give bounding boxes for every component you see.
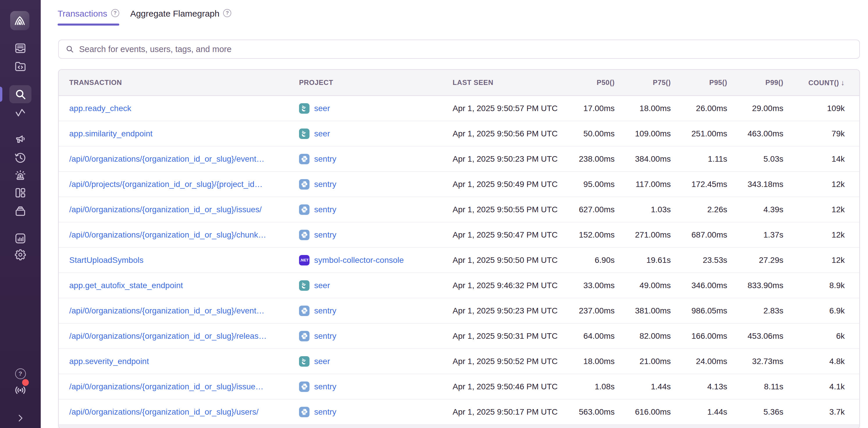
project-platform-badge: .NET [299,129,310,139]
project-link[interactable]: seer [314,357,330,366]
transaction-cell: app.get_autofix_state_endpoint [69,281,299,290]
project-platform-badge: .NET [299,179,310,190]
transaction-link[interactable]: /api/0/organizations/{organization_id_or… [69,407,258,416]
tab-transactions[interactable]: Transactions ? [58,8,119,26]
transaction-link[interactable]: /api/0/projects/{organization_id_or_slug… [69,180,263,189]
python-icon [301,231,308,239]
transaction-link[interactable]: app.severity_endpoint [69,357,149,366]
project-link[interactable]: sentry [314,230,336,239]
transaction-link[interactable]: app.ready_check [69,104,131,113]
transaction-link[interactable]: StartUploadSymbols [69,256,144,265]
p99-cell: 8.11s [727,382,783,391]
transaction-link[interactable]: app.similarity_endpoint [69,129,152,138]
sidebar-collapse-toggle[interactable] [0,409,41,427]
sidebar-item-whats-new[interactable] [0,382,41,399]
project-link[interactable]: sentry [314,180,336,189]
project-platform-badge: .NET [299,305,310,316]
column-header-p99[interactable]: P99() [727,78,783,87]
seer-icon [301,130,308,137]
project-link[interactable]: sentry [314,154,336,164]
sidebar-item-traces[interactable] [0,104,41,122]
p99-cell: 5.36s [727,407,783,417]
column-header-p50[interactable]: P50() [559,78,615,87]
python-icon [301,383,308,391]
project-cell: .NET sentry [299,230,453,240]
search-input[interactable] [79,44,853,54]
search-bar[interactable] [58,39,860,59]
python-icon [301,408,308,416]
transaction-link[interactable]: /api/0/organizations/{organization_id_or… [69,382,264,391]
column-header-transaction[interactable]: TRANSACTION [69,78,299,87]
tab-aggregate-flamegraph[interactable]: Aggregate Flamegraph ? [130,8,231,26]
table-row: /api/0/organizations/{organization_id_or… [59,399,859,425]
sidebar-item-releases[interactable] [0,202,41,220]
sidebar-item-dashboards[interactable] [0,184,41,201]
project-link[interactable]: seer [314,129,330,138]
sidebar-item-projects[interactable] [0,58,41,75]
sidebar-item-feedback[interactable] [0,131,41,148]
transaction-link[interactable]: app.get_autofix_state_endpoint [69,281,183,290]
sidebar-item-help[interactable]: ? [0,365,41,382]
count-cell: 12k [783,205,845,214]
count-cell: 79k [783,129,845,138]
last-seen-cell: Apr 1, 2025 9:50:46 PM UTC [453,382,559,391]
sidebar-item-issues[interactable] [0,39,41,57]
count-cell: 8.9k [783,281,845,290]
sidebar-item-explore[interactable] [9,85,31,103]
project-link[interactable]: sentry [314,331,336,341]
p50-cell: 563.00ms [559,407,615,417]
project-link[interactable]: sentry [314,205,336,214]
column-header-p75[interactable]: P75() [615,78,671,87]
archive-box-icon [14,204,27,218]
column-header-project[interactable]: PROJECT [299,78,453,87]
p99-cell: 2.83s [727,306,783,316]
p75-cell: 49.00ms [615,281,671,290]
transaction-link[interactable]: /api/0/organizations/{organization_id_or… [69,205,262,214]
sidebar-item-settings[interactable] [0,246,41,263]
count-cell: 12k [783,180,845,189]
transaction-link[interactable]: /api/0/organizations/{organization_id_or… [69,154,265,163]
project-link[interactable]: sentry [314,382,336,391]
sentry-logo[interactable] [10,11,29,30]
transaction-link[interactable]: /api/0/organizations/{organization_id_or… [69,331,267,340]
tab-bar: Transactions ? Aggregate Flamegraph ? [58,8,231,26]
count-cell: 12k [783,230,845,239]
project-link[interactable]: sentry [314,407,336,417]
p75-cell: 271.00ms [615,230,671,239]
last-seen-cell: Apr 1, 2025 9:50:17 PM UTC [453,407,559,417]
column-header-last-seen[interactable]: LAST SEEN [453,78,559,87]
p99-cell: 463.00ms [727,129,783,138]
transaction-link[interactable]: /api/0/organizations/{organization_id_or… [69,306,265,315]
p95-cell: 26.00ms [671,104,727,113]
project-link[interactable]: symbol-collector-console [314,256,404,265]
p75-cell: 384.00ms [615,154,671,164]
p95-cell: 251.00ms [671,129,727,138]
column-header-count[interactable]: COUNT()↓ [783,78,845,87]
help-icon[interactable]: ? [223,9,231,17]
sidebar-item-alerts[interactable] [0,166,41,184]
p75-cell: 616.00ms [615,407,671,417]
p75-cell: 19.61s [615,256,671,265]
project-link[interactable]: sentry [314,306,336,316]
python-icon [301,307,308,315]
search-icon [65,44,74,54]
dashboard-layout-icon [14,186,27,199]
project-platform-badge: .NET [299,407,310,417]
p95-cell: 1.44s [671,407,727,417]
p75-cell: 82.00ms [615,331,671,341]
p99-cell: 5.03s [727,154,783,164]
help-icon[interactable]: ? [111,9,119,17]
transaction-link[interactable]: /api/0/organizations/{organization_id_or… [69,230,266,239]
p99-cell: 27.29s [727,256,783,265]
p50-cell: 95.00ms [559,180,615,189]
project-link[interactable]: seer [314,104,330,113]
clock-history-icon [14,151,27,164]
tab-transactions-label: Transactions [58,9,107,19]
sidebar-item-stats[interactable] [0,230,41,247]
project-link[interactable]: seer [314,281,330,290]
count-cell: 14k [783,154,845,164]
sidebar-item-replays[interactable] [0,149,41,166]
table-header: TRANSACTION PROJECT LAST SEEN P50() P75(… [59,70,859,96]
project-platform-badge: .NET [299,230,310,240]
column-header-p95[interactable]: P95() [671,78,727,87]
